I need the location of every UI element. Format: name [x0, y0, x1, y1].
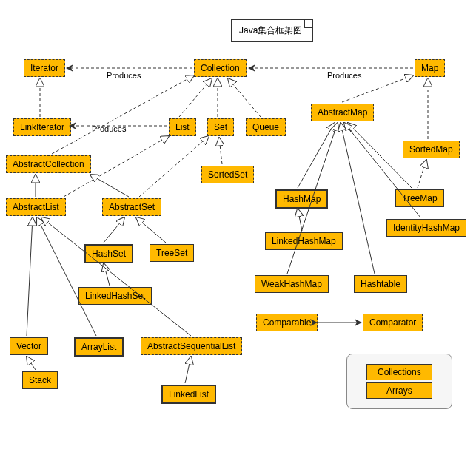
svg-line-27 — [41, 217, 191, 336]
node-comparable: Comparable — [256, 314, 318, 331]
node-linkedlist: LinkedList — [161, 385, 216, 404]
label-produces-2: Produces — [326, 71, 363, 80]
svg-line-26 — [37, 217, 96, 336]
node-weakhashmap: WeakHashMap — [255, 275, 329, 293]
title-text: Java集合框架图 — [239, 25, 302, 36]
diagram-canvas: Java集合框架图 Iterator Collection Map Produc… — [0, 0, 476, 452]
node-sortedmap: SortedMap — [403, 141, 460, 158]
legend-arrays: Arrays — [366, 382, 432, 399]
node-map: Map — [415, 59, 445, 77]
node-hashtable: Hashtable — [354, 275, 407, 293]
node-linkiterator: LinkIterator — [13, 118, 71, 136]
node-abstractset: AbstractSet — [102, 198, 161, 216]
node-hashset: HashSet — [84, 244, 133, 263]
svg-line-28 — [27, 357, 36, 370]
node-sortedset: SortedSet — [201, 166, 254, 183]
svg-line-7 — [52, 75, 194, 154]
node-abstractsequentiallist: AbstractSequentialList — [141, 337, 242, 355]
node-treemap: TreeMap — [395, 189, 444, 207]
node-comparator: Comparator — [363, 314, 423, 331]
node-identityhashmap: IdentityHashMap — [386, 219, 466, 237]
node-list: List — [169, 118, 196, 136]
node-arraylist: ArrayList — [74, 337, 124, 357]
svg-line-24 — [298, 209, 302, 231]
node-hashmap: HashMap — [275, 189, 328, 209]
svg-line-14 — [136, 217, 166, 243]
svg-line-15 — [104, 263, 110, 286]
svg-line-29 — [185, 357, 191, 383]
label-produces-3: Produces — [90, 124, 127, 133]
node-abstractlist: AbstractList — [6, 198, 66, 216]
legend-collections: Collections — [366, 364, 432, 380]
node-abstractmap: AbstractMap — [311, 104, 374, 121]
node-set: Set — [207, 118, 234, 136]
svg-line-19 — [298, 123, 335, 188]
label-produces-1: Produces — [105, 71, 142, 80]
svg-line-8 — [219, 138, 222, 164]
svg-line-11 — [90, 175, 129, 197]
svg-line-4 — [179, 78, 212, 117]
node-vector: Vector — [10, 337, 48, 355]
node-abstractcollection: AbstractCollection — [6, 155, 91, 173]
svg-line-13 — [104, 217, 124, 243]
node-queue: Queue — [246, 118, 286, 136]
svg-line-23 — [341, 123, 375, 274]
node-stack: Stack — [22, 371, 58, 389]
node-linkedhashmap: LinkedHashMap — [265, 232, 343, 250]
title-note: Java集合框架图 — [231, 19, 313, 42]
node-linkedhashset: LinkedHashSet — [78, 287, 152, 305]
node-collection: Collection — [194, 59, 247, 77]
svg-line-18 — [418, 160, 426, 188]
svg-line-12 — [139, 136, 209, 197]
legend-box: Collections Arrays — [346, 354, 452, 409]
node-treeset: TreeSet — [150, 244, 194, 262]
node-iterator: Iterator — [24, 59, 65, 77]
svg-line-6 — [228, 78, 261, 117]
svg-line-25 — [27, 217, 33, 336]
